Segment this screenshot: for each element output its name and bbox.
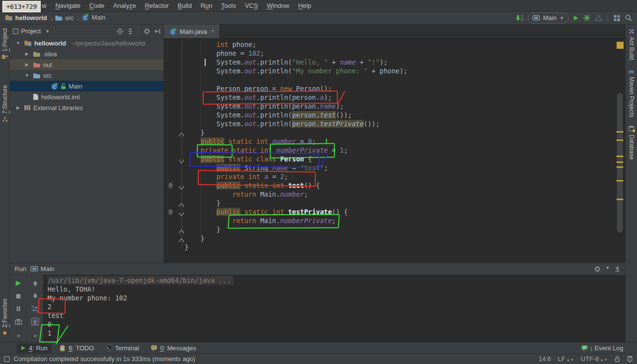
tool-window-tab-4-run[interactable]: 4: Run [17, 343, 51, 353]
hector-icon[interactable] [627, 356, 633, 362]
encoding-widget[interactable]: UTF-8▲▼ [581, 355, 608, 363]
fold-end-icon[interactable] [179, 227, 184, 232]
menu-vcs[interactable]: VCS [240, 2, 262, 9]
annotation-gutter-icon[interactable]: @ [167, 181, 174, 190]
up-icon[interactable] [32, 278, 38, 289]
code-line-20: public static int testPrivate() { [164, 207, 615, 216]
fold-end-icon[interactable] [179, 201, 184, 205]
tool-window-tab-terminal[interactable]: Terminal [102, 343, 143, 353]
caret-position-widget[interactable]: 14:6 [539, 355, 551, 363]
tool-window-tab-label: 0: Messages [160, 344, 196, 352]
thread-dump-icon[interactable] [15, 316, 22, 327]
project-panel-title[interactable]: Project [21, 27, 41, 35]
line-separator-widget[interactable]: LF▲▼ [558, 355, 574, 363]
expand-closed-icon[interactable]: ▶ [24, 62, 30, 67]
more-icon[interactable]: » [17, 332, 20, 339]
annotation-gutter-icon[interactable]: @ [167, 207, 174, 216]
project-structure-icon[interactable] [613, 15, 620, 22]
menu-help[interactable]: Help [294, 2, 316, 9]
gear-icon[interactable] [143, 28, 150, 35]
expand-closed-icon[interactable]: ▶ [15, 105, 22, 110]
run-configuration-combo[interactable]: Main▼ [528, 13, 568, 23]
gear-icon[interactable] [594, 266, 601, 273]
code-line-13: private static int numberPrivate = 1; [164, 146, 615, 155]
tree-item-helloworld-iml[interactable]: helloworld.iml [10, 91, 164, 102]
event-log-button[interactable]: 1 Event Log [581, 344, 623, 352]
event-log-count: 1 [590, 346, 593, 352]
tree-item--idea[interactable]: ▶.idea [10, 48, 164, 59]
inspection-status-square[interactable] [616, 42, 624, 49]
project-panel: Project ▼ ▼helloworld~/projects/Java/hel… [10, 24, 164, 263]
breadcrumb-item-main[interactable]: CMain [81, 13, 105, 21]
breadcrumb-label: helloworld [15, 14, 47, 22]
scroll-end-icon[interactable] [31, 316, 39, 327]
tool-window-tab-0-messages[interactable]: 0: Messages [147, 343, 200, 353]
tool-stripe-project[interactable]: 1:Project [0, 24, 9, 64]
tool-window-tab-6-todo[interactable]: 6: TODO [55, 343, 98, 353]
tree-item-main[interactable]: CMain [10, 81, 164, 91]
tree-item-external-libraries[interactable]: ▶External Libraries [10, 102, 164, 113]
hide-icon[interactable] [154, 28, 161, 34]
breadcrumb-label: Main [92, 14, 105, 21]
editor-tab-main-java[interactable]: C Main.java × [164, 24, 220, 38]
code-line-17: public static int test() { [164, 181, 615, 190]
menu-analyze[interactable]: Analyze [109, 2, 140, 9]
restore-layout-icon[interactable] [31, 303, 39, 314]
menu-navigate[interactable]: Navigate [51, 2, 85, 9]
menu-code[interactable]: Code [85, 2, 109, 9]
expand-open-icon[interactable]: ▼ [15, 41, 22, 46]
expand-closed-icon[interactable]: ▶ [24, 51, 30, 56]
toolwindow-switcher-icon[interactable] [4, 356, 10, 362]
tool-stripe-favorites[interactable]: 2:Favorites★ [0, 295, 9, 340]
tool-stripe-ant-build[interactable]: Ant Build [626, 24, 637, 64]
fold-end-icon[interactable] [179, 130, 184, 135]
fold-start-icon[interactable] [179, 157, 184, 161]
down-icon[interactable] [32, 291, 38, 301]
unlock-icon[interactable] [614, 356, 620, 362]
search-icon[interactable] [625, 14, 632, 22]
vcs-update-icon[interactable]: 011001 [515, 15, 523, 22]
run-icon[interactable] [573, 15, 579, 21]
class-icon: C [169, 27, 177, 35]
rerun-icon[interactable] [15, 278, 22, 289]
code-line-3: System.out.println("Hello, " + name + "!… [164, 58, 615, 67]
close-icon[interactable]: × [211, 28, 214, 35]
run-panel-tab-main[interactable]: Main [30, 265, 54, 273]
tree-item-helloworld[interactable]: ▼helloworld~/projects/Java/helloworld [10, 38, 164, 48]
tree-item-out[interactable]: ▶out [10, 59, 164, 70]
tree-item-label: out [43, 61, 52, 68]
tree-item-src[interactable]: ▼src [10, 70, 164, 81]
tool-stripe-structure[interactable]: 7:Structure [0, 81, 9, 126]
toolbar-divider [138, 27, 139, 35]
fold-end-icon[interactable] [179, 236, 184, 241]
debug-icon[interactable] [583, 14, 590, 22]
locate-icon[interactable] [117, 28, 123, 35]
coverage-icon[interactable] [595, 15, 602, 21]
tool-stripe-maven-projects[interactable]: mMaven Projects [626, 64, 637, 121]
pause-icon[interactable] [16, 303, 21, 314]
warning-stripe-mark [616, 180, 623, 182]
tool-stripe-database[interactable]: Database [626, 121, 637, 163]
project-panel-icon [13, 28, 19, 34]
menu-run[interactable]: Run [196, 2, 217, 9]
left-tool-stripe: 1:Project7:Structure2:Favorites★ [0, 24, 10, 342]
dock-icon[interactable] [614, 266, 620, 273]
menu-window[interactable]: Window [262, 2, 294, 9]
breadcrumb-item-src[interactable]: src [55, 14, 73, 22]
out-folder-icon [33, 62, 41, 68]
code-editor-area[interactable]: int phone; phone = 102; System.out.print… [164, 38, 625, 263]
stop-icon[interactable] [16, 291, 21, 301]
menu-refactor[interactable]: Refactor [141, 2, 173, 9]
expand-open-icon[interactable]: ▼ [24, 73, 30, 78]
more-icon[interactable]: » [34, 332, 37, 339]
warning-stripe-mark [616, 161, 623, 163]
run-console[interactable]: /usr/lib/jvm/java-7-openjdk-amd64/bin/ja… [43, 275, 625, 342]
fold-start-icon[interactable] [179, 183, 184, 188]
menu-build[interactable]: Build [173, 2, 196, 9]
chevron-down-icon[interactable]: ▼ [45, 29, 49, 34]
menu-tools[interactable]: Tools [217, 2, 240, 9]
fold-start-icon[interactable] [179, 209, 184, 214]
breadcrumb-item-helloworld[interactable]: helloworld [5, 14, 47, 22]
run-panel-header-actions: ▼ [594, 266, 620, 273]
splitter-icon[interactable] [127, 28, 133, 35]
